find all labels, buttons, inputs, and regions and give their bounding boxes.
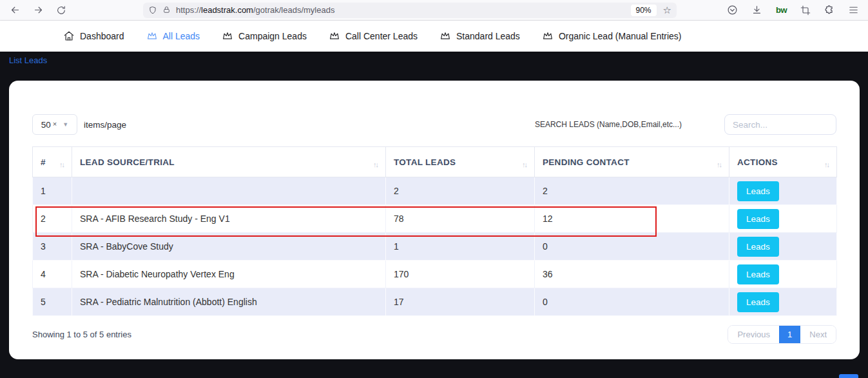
page-size-select[interactable]: 50×▼ xyxy=(32,114,77,135)
extensions-puzzle-icon[interactable] xyxy=(824,5,834,15)
crown-icon xyxy=(329,30,340,42)
search-group: SEARCH LEADS (Name,DOB,Email,etc...) xyxy=(535,114,836,135)
leads-button[interactable]: Leads xyxy=(737,181,779,201)
menu-hamburger-icon[interactable] xyxy=(848,5,859,15)
table-row-highlighted: 2 SRA - AFIB Research Study - Eng V1 78 … xyxy=(33,205,837,233)
header-lead-source[interactable]: LEAD SOURCE/TRIAL↑↓ xyxy=(72,147,386,177)
crown-icon xyxy=(146,30,158,42)
cell-pending: 0 xyxy=(535,233,729,261)
cell-num: 3 xyxy=(33,233,72,261)
nav-item-label: All Leads xyxy=(163,31,200,41)
nav-item-dashboard[interactable]: Dashboard xyxy=(63,30,124,42)
download-icon[interactable] xyxy=(751,5,762,15)
cell-pending: 2 xyxy=(535,177,729,205)
screenshot-crop-icon[interactable] xyxy=(800,5,811,15)
crown-icon xyxy=(542,30,554,42)
browser-toolbar: https://leadstrak.com/gotrak/leads/mylea… xyxy=(0,0,868,21)
url-text[interactable]: https://leadstrak.com/gotrak/leads/mylea… xyxy=(176,5,334,15)
header-total-leads[interactable]: TOTAL LEADS↑↓ xyxy=(386,147,535,177)
page-body: List Leads 50×▼ items/page SEARCH LEADS … xyxy=(0,52,868,378)
page-1-button[interactable]: 1 xyxy=(779,326,800,343)
cell-actions: Leads xyxy=(729,261,837,288)
cell-total: 17 xyxy=(386,288,535,316)
header-actions[interactable]: ACTIONS↑↓ xyxy=(729,147,837,177)
next-page-button[interactable]: Next xyxy=(800,326,836,343)
table-header-row: #↑↓ LEAD SOURCE/TRIAL↑↓ TOTAL LEADS↑↓ PE… xyxy=(33,147,837,177)
cell-source: SRA - Pediatric Malnutrition (Abbott) En… xyxy=(72,288,386,316)
cell-num: 5 xyxy=(33,288,72,316)
lock-icon[interactable] xyxy=(162,6,171,14)
url-protocol: https:// xyxy=(176,5,201,15)
cell-source: SRA - AFIB Research Study - Eng V1 xyxy=(72,205,386,233)
cell-total: 1 xyxy=(386,233,535,261)
nav-item-label: Dashboard xyxy=(80,31,124,41)
header-num[interactable]: #↑↓ xyxy=(33,147,72,177)
sort-icon: ↑↓ xyxy=(522,161,526,168)
nav-item-label: Campaign Leads xyxy=(238,31,307,41)
sort-icon: ↑↓ xyxy=(717,161,721,168)
scroll-top-button-partial[interactable] xyxy=(839,374,858,378)
nav-item-campaign-leads[interactable]: Campaign Leads xyxy=(222,30,307,42)
leads-button[interactable]: Leads xyxy=(737,209,779,229)
crown-icon xyxy=(222,30,233,42)
nav-item-call-center-leads[interactable]: Call Center Leads xyxy=(329,30,418,42)
leads-button[interactable]: Leads xyxy=(737,264,779,284)
cell-source xyxy=(72,177,386,205)
breadcrumb-list-leads-link[interactable]: List Leads xyxy=(9,55,47,65)
cell-actions: Leads xyxy=(729,177,837,205)
cell-pending: 12 xyxy=(535,205,729,233)
nav-item-standard-leads[interactable]: Standard Leads xyxy=(439,30,520,42)
sort-icon: ↑↓ xyxy=(59,161,64,168)
bw-extension-icon[interactable]: bw xyxy=(776,5,787,15)
items-per-page-label: items/page xyxy=(84,120,126,130)
url-host: leadstrak.com xyxy=(201,5,253,15)
nav-item-label: Call Center Leads xyxy=(345,31,418,41)
home-icon xyxy=(63,30,75,42)
cell-num: 4 xyxy=(33,261,72,288)
table-row: 3 SRA - BabyCove Study 1 0 Leads xyxy=(33,233,837,261)
shield-icon[interactable] xyxy=(148,6,157,15)
table-footer: Showing 1 to 5 of 5 entries Previous 1 N… xyxy=(32,325,836,344)
back-button[interactable] xyxy=(6,5,23,15)
header-pending-contact[interactable]: PENDING CONTACT↑↓ xyxy=(535,147,729,177)
table-row: 1 2 2 Leads xyxy=(33,177,837,205)
previous-page-button[interactable]: Previous xyxy=(728,326,779,343)
cell-source: SRA - Diabetic Neuropathy Vertex Eng xyxy=(72,261,386,288)
table-controls: 50×▼ items/page SEARCH LEADS (Name,DOB,E… xyxy=(32,114,836,135)
url-bar[interactable]: https://leadstrak.com/gotrak/leads/mylea… xyxy=(143,3,677,18)
table-row: 4 SRA - Diabetic Neuropathy Vertex Eng 1… xyxy=(33,261,837,288)
cell-total: 170 xyxy=(386,261,535,288)
search-leads-label: SEARCH LEADS (Name,DOB,Email,etc...) xyxy=(535,120,682,129)
pocket-icon[interactable] xyxy=(727,5,738,15)
nav-item-all-leads[interactable]: All Leads xyxy=(146,30,200,42)
bookmark-star-icon[interactable]: ☆ xyxy=(663,5,671,16)
cell-pending: 0 xyxy=(535,288,729,316)
cell-num: 2 xyxy=(33,205,72,233)
leads-button[interactable]: Leads xyxy=(737,292,779,312)
nav-item-label: Standard Leads xyxy=(456,31,520,41)
chevron-down-icon: ▼ xyxy=(63,121,68,128)
sort-icon: ↑↓ xyxy=(373,161,378,168)
cell-total: 2 xyxy=(386,177,535,205)
cell-source: SRA - BabyCove Study xyxy=(72,233,386,261)
crown-icon xyxy=(439,30,451,42)
cell-actions: Leads xyxy=(729,205,837,233)
toolbar-right-icons: bw xyxy=(727,5,859,15)
leads-button[interactable]: Leads xyxy=(737,237,779,257)
reload-button[interactable] xyxy=(53,5,70,15)
cell-actions: Leads xyxy=(729,288,837,316)
leads-table: #↑↓ LEAD SOURCE/TRIAL↑↓ TOTAL LEADS↑↓ PE… xyxy=(32,146,837,316)
cell-num: 1 xyxy=(33,177,72,205)
url-path: /gotrak/leads/myleads xyxy=(253,5,334,15)
forward-button[interactable] xyxy=(30,5,46,15)
cell-total: 78 xyxy=(386,205,535,233)
zoom-level-badge[interactable]: 90% xyxy=(631,5,657,16)
app-navbar: Dashboard All Leads Campaign Leads Call … xyxy=(0,21,868,52)
clear-icon[interactable]: × xyxy=(53,120,57,128)
search-input[interactable] xyxy=(724,114,836,135)
showing-entries-text: Showing 1 to 5 of 5 entries xyxy=(32,330,131,339)
nav-item-label: Organic Lead (Manual Entries) xyxy=(559,31,682,41)
pagination: Previous 1 Next xyxy=(728,325,836,344)
leads-card: 50×▼ items/page SEARCH LEADS (Name,DOB,E… xyxy=(9,81,860,359)
nav-item-organic-lead[interactable]: Organic Lead (Manual Entries) xyxy=(542,30,682,42)
